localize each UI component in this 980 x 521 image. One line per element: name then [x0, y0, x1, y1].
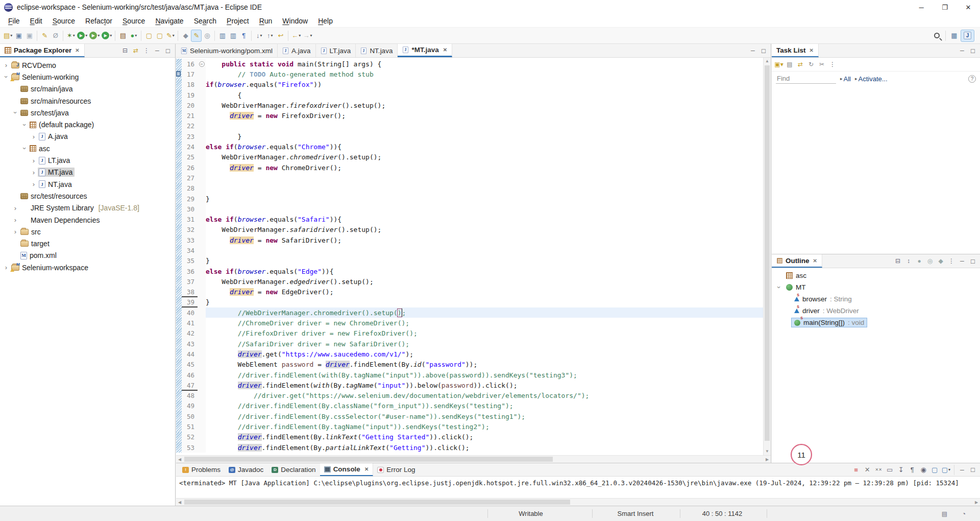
code-line-23[interactable]: 23 }: [176, 131, 763, 141]
code-line-50[interactable]: 50 //driver.findElement(By.cssSelector("…: [176, 411, 763, 421]
code-line-34[interactable]: 34: [176, 245, 763, 255]
console-horizontal-scrollbar[interactable]: ◀ ▶: [176, 498, 980, 506]
outline-item-browser[interactable]: browser : String: [772, 293, 980, 305]
forward-button[interactable]: →▾: [302, 30, 313, 42]
code-line-27[interactable]: 27: [176, 173, 763, 183]
tab-task-list[interactable]: Task List ✕: [772, 44, 819, 57]
clear-console-button[interactable]: ▭: [885, 464, 895, 476]
code-line-33[interactable]: 33 driver = new SafariDriver();: [176, 235, 763, 245]
expand-arrow-icon[interactable]: [21, 121, 29, 129]
java-perspective-button[interactable]: J: [961, 30, 974, 42]
expand-arrow-icon[interactable]: [21, 145, 29, 153]
tab-console[interactable]: Console✕: [320, 463, 374, 476]
search-button[interactable]: [932, 30, 942, 42]
close-icon[interactable]: ✕: [813, 258, 817, 264]
synchronize-button[interactable]: ↻: [806, 59, 816, 69]
activate-link[interactable]: Activate...: [855, 75, 888, 83]
maximize-button[interactable]: [968, 256, 978, 266]
collapse-all-button[interactable]: ⊟: [893, 256, 903, 266]
progress-icon[interactable]: ▤: [942, 506, 947, 521]
sort-button[interactable]: ↕: [903, 256, 914, 266]
horizontal-scroll-thumb[interactable]: [184, 457, 553, 462]
code-line-35[interactable]: 35}: [176, 256, 763, 266]
hide-fields-button[interactable]: ●: [914, 256, 924, 266]
tab-package-explorer[interactable]: Package Explorer ✕: [0, 44, 85, 57]
scroll-left-icon[interactable]: ◀: [176, 499, 183, 506]
tree-item-selenium-workspace[interactable]: Selenium-workspace: [0, 262, 175, 273]
back-button[interactable]: ←▾: [290, 30, 302, 42]
show-whitespace-button[interactable]: ¶: [238, 30, 249, 42]
tree-item-target[interactable]: target: [0, 238, 175, 249]
code-line-24[interactable]: 24else if(browser.equals("Chrome")){: [176, 141, 763, 152]
skip-all-breakpoints-button[interactable]: Ø: [50, 30, 61, 42]
expand-arrow-icon[interactable]: [775, 283, 783, 292]
minimize-button[interactable]: [748, 45, 758, 56]
minimize-button[interactable]: [152, 45, 162, 56]
focus-button[interactable]: ⋮: [141, 45, 152, 56]
code-line-42[interactable]: 42 //FirefoxDriver driver = new FirefoxD…: [176, 328, 763, 339]
new-java-class-button[interactable]: ●▾: [128, 30, 139, 42]
coverage-button[interactable]: ▶▾: [88, 30, 101, 42]
debug-button[interactable]: ✶▾: [65, 30, 76, 42]
open-console-button[interactable]: ▢▾: [941, 464, 951, 476]
minimize-button[interactable]: [957, 256, 967, 266]
expand-arrow-icon[interactable]: [11, 216, 19, 224]
tab-declaration[interactable]: DDeclaration: [267, 463, 320, 476]
previous-annotation-button[interactable]: ↑▾: [264, 30, 275, 42]
menu-window[interactable]: Window: [277, 15, 313, 27]
code-line-19[interactable]: 19 {: [176, 90, 763, 100]
feather-button[interactable]: ✎▾: [165, 30, 176, 42]
expand-arrow-icon[interactable]: [11, 228, 19, 235]
code-line-36[interactable]: 36else if(browser.equals("Edge")){: [176, 266, 763, 276]
open-type-hierarchy-button[interactable]: ▥: [217, 30, 228, 42]
minimize-window-button[interactable]: ─: [910, 0, 933, 14]
menu-navigate[interactable]: Navigate: [150, 15, 188, 27]
code-line-45[interactable]: 45 WebElement password = driver.findElem…: [176, 360, 763, 370]
terminate-button[interactable]: ■: [851, 464, 862, 476]
code-line-20[interactable]: 20 WebDriverManager.firefoxdriver().setu…: [176, 100, 763, 110]
maximize-button[interactable]: [758, 45, 769, 56]
editor-tab-selenium-working-pom-xml[interactable]: MSelenium-working/pom.xml: [176, 44, 278, 57]
code-line-28[interactable]: 28: [176, 183, 763, 194]
collapse-all-button[interactable]: ⊟: [120, 45, 130, 56]
expand-arrow-icon[interactable]: [11, 204, 19, 212]
tree-item-nt-java[interactable]: JNT.java: [0, 178, 175, 190]
find-input[interactable]: [776, 74, 836, 84]
code-line-25[interactable]: 25 WebDriverManager.chromedriver().setup…: [176, 152, 763, 162]
expand-arrow-icon[interactable]: [2, 61, 10, 69]
close-icon[interactable]: ✕: [75, 48, 79, 53]
tree-item-default-package[interactable]: (default package): [0, 119, 175, 130]
expand-arrow-icon[interactable]: [30, 169, 38, 176]
minimize-button[interactable]: [957, 465, 967, 475]
next-annotation-button[interactable]: ↓▾: [254, 30, 264, 42]
menu-help[interactable]: Help: [313, 15, 338, 27]
hide-completed-button[interactable]: ✂: [817, 59, 827, 69]
code-area[interactable]: 16 public static void main(String[] args…: [176, 58, 771, 455]
open-folder-button[interactable]: ▢: [143, 30, 154, 42]
hide-static-members-button[interactable]: ◎: [925, 256, 935, 266]
close-icon[interactable]: ✕: [443, 47, 447, 53]
outline-item-mt[interactable]: MT: [772, 281, 980, 293]
pin-console-button[interactable]: ◉: [918, 464, 929, 476]
menu-refactor[interactable]: Refactor: [80, 15, 117, 27]
pin-editor-button[interactable]: ◆: [180, 30, 191, 42]
code-line-41[interactable]: 41 //ChromeDriver driver = new ChromeDri…: [176, 318, 763, 328]
view-menu-button[interactable]: ⋮: [827, 59, 838, 69]
tab-problems[interactable]: !Problems: [178, 463, 225, 476]
save-all-button[interactable]: ▣: [24, 30, 35, 42]
externalize-strings-button[interactable]: ◎: [202, 30, 212, 42]
import-button[interactable]: ▢: [154, 30, 165, 42]
remove-launch-button[interactable]: ✕: [862, 464, 873, 476]
maximize-button[interactable]: [968, 465, 978, 475]
code-line-21[interactable]: 21 driver = new FirefoxDriver();: [176, 110, 763, 121]
help-icon[interactable]: ?: [968, 75, 976, 83]
open-perspective-button[interactable]: ▦: [949, 30, 960, 42]
editor-tab-a-java[interactable]: JA.java: [278, 44, 316, 57]
scroll-down-icon[interactable]: ▼: [764, 448, 771, 455]
code-line-26[interactable]: 26 driver = new ChromeDriver();: [176, 162, 763, 173]
expand-arrow-icon[interactable]: [12, 109, 19, 117]
run-button[interactable]: ▶▾: [76, 30, 88, 42]
vertical-scroll-thumb[interactable]: [765, 65, 770, 441]
last-edit-location-button[interactable]: ↩: [275, 30, 286, 42]
tree-item-pom-xml[interactable]: Mpom.xml: [0, 250, 175, 262]
